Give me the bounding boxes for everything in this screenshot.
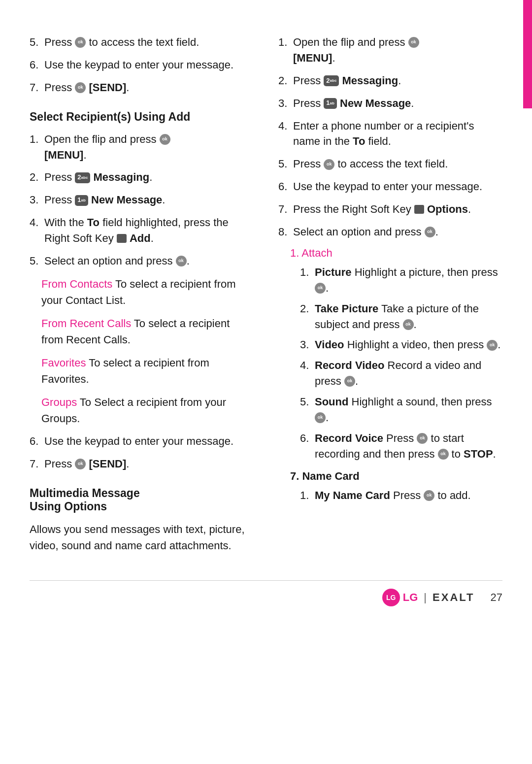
- list-num: 4.: [278, 118, 290, 134]
- favorites-option: Favorites To select a recipient from Fav…: [41, 355, 254, 387]
- list-content: Press to access the text field.: [44, 34, 254, 50]
- section2-para: Allows you send messages with text, pict…: [30, 521, 254, 554]
- ok-icon: [417, 433, 428, 444]
- list-content: Video Highlight a video, then press .: [315, 337, 502, 353]
- section1-list: 1. Open the flip and press [MENU]. 2. Pr…: [30, 132, 254, 269]
- attach-section: 1. Attach 1. Picture Highlight a picture…: [290, 247, 502, 503]
- ok-icon: [75, 37, 86, 48]
- favorites-label: Favorites: [41, 357, 86, 369]
- list-num: 4.: [300, 358, 312, 373]
- bottom-list-left: 6. Use the keypad to enter your message.…: [30, 433, 254, 472]
- groups-option: Groups To Select a recipient from your G…: [41, 394, 254, 427]
- list-content: Press [SEND].: [44, 80, 254, 96]
- list-content: My Name Card Press to add.: [315, 488, 502, 503]
- page-container: 5. Press to access the text field. 6. Us…: [0, 0, 532, 764]
- lg-circle-icon: LG: [382, 589, 400, 606]
- list-num: 8.: [278, 224, 290, 240]
- list-num: 3.: [300, 337, 312, 353]
- list-num: 5.: [300, 394, 312, 410]
- ok-icon: [408, 37, 419, 48]
- list-num: 2.: [30, 169, 41, 185]
- attach-item-video: 3. Video Highlight a video, then press .: [300, 337, 502, 353]
- list-item: 6. Use the keypad to enter your message.: [30, 433, 254, 449]
- page-number: 27: [491, 591, 502, 604]
- list-item: 2. Press 2abc Messaging.: [30, 169, 254, 185]
- attach-list: 1. Picture Highlight a picture, then pre…: [300, 265, 502, 462]
- list-num: 2.: [278, 73, 290, 89]
- list-num: 5.: [278, 156, 290, 172]
- list-num: 1.: [278, 34, 290, 50]
- list-item: 5. Press to access the text field.: [30, 34, 254, 50]
- list-item: 5. Select an option and press .: [30, 253, 254, 269]
- list-content: Press the Right Soft Key Options.: [293, 201, 502, 217]
- top-list-left: 5. Press to access the text field. 6. Us…: [30, 34, 254, 96]
- list-item: 5. Press to access the text field.: [278, 156, 502, 172]
- list-num: 1.: [300, 488, 312, 503]
- lg-logo: LG LG: [382, 589, 418, 606]
- ok-icon: [344, 376, 355, 387]
- namecard-list: 1. My Name Card Press to add.: [300, 488, 502, 503]
- ok-icon: [315, 283, 326, 294]
- section2-heading: Multimedia MessageUsing Options: [30, 487, 254, 513]
- list-content: Use the keypad to enter your message.: [44, 57, 254, 73]
- list-item: 6. Use the keypad to enter your message.: [278, 179, 502, 195]
- page-divider: [30, 580, 502, 581]
- list-item: 7. Press the Right Soft Key Options.: [278, 201, 502, 217]
- right-soft-key-icon: [414, 205, 424, 214]
- list-item: 7. Press [SEND].: [30, 456, 254, 472]
- lg-logo-text: LG: [386, 594, 396, 601]
- list-item: 1. Open the flip and press [MENU].: [30, 132, 254, 163]
- list-num: 1.: [300, 265, 312, 280]
- list-num: 7.: [30, 456, 41, 472]
- ok-icon: [487, 340, 498, 351]
- right-soft-key-icon: [117, 234, 127, 243]
- list-num: 2.: [300, 301, 312, 317]
- list-item: 4. With the To field highlighted, press …: [30, 215, 254, 246]
- ok-icon: [176, 256, 187, 266]
- list-num: 4.: [30, 215, 41, 231]
- list-content: Press 2abc Messaging.: [293, 73, 502, 89]
- key-2abc-icon: 2abc: [75, 172, 90, 183]
- list-content: Open the flip and press [MENU].: [44, 132, 254, 163]
- ok-icon: [75, 459, 86, 469]
- list-num: 1.: [30, 132, 41, 147]
- right-top-list: 1. Open the flip and press [MENU]. 2. Pr…: [278, 34, 502, 217]
- list-item: 3. Press 1ab New Message.: [30, 192, 254, 208]
- list-item: 2. Press 2abc Messaging.: [278, 73, 502, 89]
- list-content: Sound Highlight a sound, then press .: [315, 394, 502, 426]
- exalt-brand-text: EXALT: [432, 591, 474, 604]
- ok-icon: [75, 82, 86, 93]
- list-content: Record Video Record a video and press .: [315, 358, 502, 389]
- item8-list: 8. Select an option and press .: [278, 224, 502, 240]
- list-item: 8. Select an option and press .: [278, 224, 502, 240]
- list-content: Take Picture Take a picture of the subje…: [315, 301, 502, 332]
- from-recent-calls-option: From Recent Calls To select a recipient …: [41, 315, 254, 348]
- ok-icon: [324, 159, 334, 170]
- list-content: Picture Highlight a picture, then press …: [315, 265, 502, 296]
- from-recent-calls-label: From Recent Calls: [41, 317, 131, 330]
- list-content: Use the keypad to enter your message.: [44, 433, 254, 449]
- list-num: 6.: [30, 57, 41, 73]
- ok-icon: [424, 490, 434, 501]
- list-num: 5.: [30, 253, 41, 269]
- footer-separator: |: [424, 591, 427, 604]
- list-num: 7.: [278, 201, 290, 217]
- list-num: 3.: [278, 96, 290, 111]
- attach-item-record-video: 4. Record Video Record a video and press…: [300, 358, 502, 389]
- list-num: 5.: [30, 34, 41, 50]
- list-item: 7. Press [SEND].: [30, 80, 254, 96]
- attach-heading: 1. Attach: [290, 247, 502, 260]
- list-item: 4. Enter a phone number or a recipient's…: [278, 118, 502, 150]
- list-content: Select an option and press .: [44, 253, 254, 269]
- list-content: Press [SEND].: [44, 456, 254, 472]
- two-columns: 5. Press to access the text field. 6. Us…: [30, 34, 502, 561]
- list-content: With the To field highlighted, press the…: [44, 215, 254, 246]
- ok-icon: [425, 227, 435, 237]
- namecard-heading: 7. Name Card: [290, 470, 502, 483]
- key-2abc-icon: 2abc: [324, 75, 339, 86]
- key-1ab-icon: 1ab: [324, 98, 337, 109]
- section1-heading: Select Recipient(s) Using Add: [30, 110, 254, 124]
- key-1ab-icon: 1ab: [75, 195, 88, 206]
- from-contacts-option: From Contacts To select a recipient from…: [41, 276, 254, 308]
- ok-icon: [403, 319, 414, 330]
